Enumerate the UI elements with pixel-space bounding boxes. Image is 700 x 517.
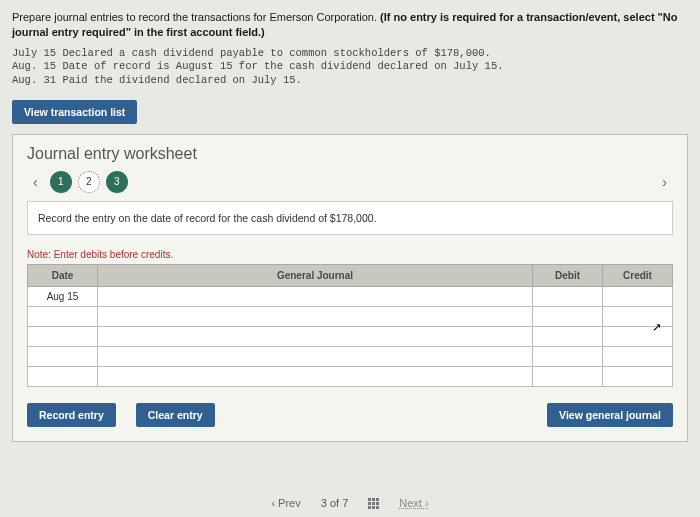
- debit-cell[interactable]: [533, 326, 603, 346]
- page-position: 3 of 7: [321, 497, 349, 509]
- table-row: [28, 346, 673, 366]
- credit-cell[interactable]: [603, 326, 673, 346]
- date-cell[interactable]: [28, 306, 98, 326]
- worksheet-title: Journal entry worksheet: [27, 145, 673, 163]
- step-next-chevron[interactable]: ›: [656, 174, 673, 190]
- col-header-debit: Debit: [533, 264, 603, 286]
- account-cell[interactable]: [98, 326, 533, 346]
- clear-entry-button[interactable]: Clear entry: [136, 403, 215, 427]
- journal-entry-worksheet: Journal entry worksheet ‹ 1 2 3 › Record…: [12, 134, 688, 442]
- grid-view-icon[interactable]: [368, 498, 379, 509]
- debit-cell[interactable]: [533, 366, 603, 386]
- step-prev-chevron[interactable]: ‹: [27, 174, 44, 190]
- col-header-credit: Credit: [603, 264, 673, 286]
- account-cell[interactable]: [98, 306, 533, 326]
- prev-label: Prev: [278, 497, 301, 509]
- date-cell[interactable]: [28, 326, 98, 346]
- date-cell[interactable]: Aug 15: [28, 286, 98, 306]
- col-header-date: Date: [28, 264, 98, 286]
- credit-cell[interactable]: [603, 366, 673, 386]
- view-general-journal-button[interactable]: View general journal: [547, 403, 673, 427]
- cursor-icon: ➚: [652, 320, 662, 334]
- step-navigation: ‹ 1 2 3 ›: [27, 171, 673, 193]
- journal-entry-table: Date General Journal Debit Credit Aug 15: [27, 264, 673, 387]
- next-page-button[interactable]: Next ›: [399, 497, 428, 509]
- step-3-button[interactable]: 3: [106, 171, 128, 193]
- col-header-general-journal: General Journal: [98, 264, 533, 286]
- step-1-button[interactable]: 1: [50, 171, 72, 193]
- prev-page-button[interactable]: ‹ Prev: [271, 497, 300, 509]
- table-row: [28, 366, 673, 386]
- table-row: [28, 326, 673, 346]
- credit-cell[interactable]: [603, 346, 673, 366]
- record-entry-button[interactable]: Record entry: [27, 403, 116, 427]
- debits-before-credits-note: Note: Enter debits before credits.: [27, 249, 673, 260]
- problem-instructions: Prepare journal entries to record the tr…: [12, 10, 688, 41]
- debit-cell[interactable]: [533, 306, 603, 326]
- date-cell[interactable]: [28, 366, 98, 386]
- credit-cell[interactable]: [603, 306, 673, 326]
- account-cell[interactable]: [98, 286, 533, 306]
- date-cell[interactable]: [28, 346, 98, 366]
- account-cell[interactable]: [98, 346, 533, 366]
- instructions-text: Prepare journal entries to record the tr…: [12, 11, 380, 23]
- view-transaction-list-button[interactable]: View transaction list: [12, 100, 137, 124]
- step-instruction-box: Record the entry on the date of record f…: [27, 201, 673, 235]
- transaction-list-text: July 15 Declared a cash dividend payable…: [12, 47, 688, 88]
- step-2-button[interactable]: 2: [78, 171, 100, 193]
- credit-cell[interactable]: [603, 286, 673, 306]
- debit-cell[interactable]: [533, 346, 603, 366]
- debit-cell[interactable]: [533, 286, 603, 306]
- table-row: Aug 15: [28, 286, 673, 306]
- journal-entry-rows: Aug 15: [28, 286, 673, 386]
- table-row: [28, 306, 673, 326]
- next-label: Next: [399, 497, 422, 509]
- account-cell[interactable]: [98, 366, 533, 386]
- paginator: ‹ Prev 3 of 7 Next ›: [0, 497, 700, 509]
